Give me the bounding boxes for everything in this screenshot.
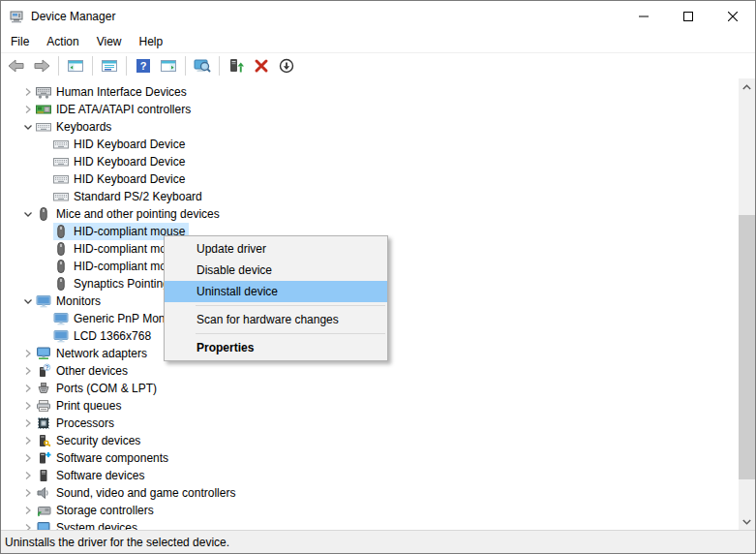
expand-chevron-icon[interactable] xyxy=(20,102,36,117)
tree-item-processors[interactable]: Processors xyxy=(1,415,755,432)
other-device-icon: ? xyxy=(36,363,51,379)
tree-item-system-devices[interactable]: System devices xyxy=(1,519,755,530)
tree-item-software-components[interactable]: Software components xyxy=(1,449,755,467)
console-tree-icon xyxy=(67,57,84,75)
update-driver-button[interactable] xyxy=(224,54,249,77)
menubar-item-help[interactable]: Help xyxy=(131,32,172,51)
software-device-device-icon xyxy=(36,468,51,483)
monitor-device-icon xyxy=(53,311,69,326)
collapse-chevron-icon[interactable] xyxy=(20,119,36,135)
tree-item-print-queues[interactable]: Print queues xyxy=(1,397,755,415)
tree-indent xyxy=(1,528,20,529)
expand-chevron-icon[interactable] xyxy=(20,450,36,466)
tree-item-standard-ps-2-keyboard[interactable]: Standard PS/2 Keyboard xyxy=(1,188,755,205)
arrow-left-icon xyxy=(7,57,26,75)
tree-item-label: System devices xyxy=(56,521,137,530)
expand-chevron-icon[interactable] xyxy=(20,520,36,530)
help-icon: ? xyxy=(135,57,152,75)
tree-item-label: Network adapters xyxy=(56,347,147,360)
menubar-item-action[interactable]: Action xyxy=(38,32,87,51)
context-menu-item-update-driver[interactable]: Update driver xyxy=(165,238,387,260)
tree-item-storage-controllers[interactable]: Storage controllers xyxy=(1,502,755,519)
tree-item-human-interface-devices[interactable]: Human Interface Devices xyxy=(1,83,755,101)
tree-item-body: IDE ATA/ATAPI controllers xyxy=(36,101,195,118)
tree-item-body: Software devices xyxy=(36,467,148,484)
maximize-button[interactable] xyxy=(666,1,711,31)
back-button[interactable] xyxy=(4,54,29,77)
collapse-chevron-icon[interactable] xyxy=(20,293,36,309)
context-menu-item-uninstall-device[interactable]: Uninstall device xyxy=(165,281,387,302)
scroll-up-button[interactable] xyxy=(739,78,755,95)
tree-item-ide-ata-atapi-controllers[interactable]: IDE ATA/ATAPI controllers xyxy=(1,101,755,118)
tree-item-security-devices[interactable]: Security devices xyxy=(1,432,755,449)
properties-button[interactable] xyxy=(97,54,122,77)
tree-item-hid-keyboard-device[interactable]: HID Keyboard Device xyxy=(1,170,755,188)
scroll-down-button[interactable] xyxy=(739,513,755,530)
arrow-right-icon xyxy=(32,57,51,75)
disable-icon xyxy=(278,57,295,75)
expand-chevron-icon[interactable] xyxy=(20,346,36,361)
forward-button[interactable] xyxy=(29,54,54,77)
tree-indent xyxy=(1,92,20,93)
scrollbar-thumb[interactable] xyxy=(739,215,755,479)
tree-indent xyxy=(1,214,20,215)
status-text: Uninstalls the driver for the selected d… xyxy=(5,536,229,549)
tree-twisty-placeholder xyxy=(38,137,53,152)
tree-indent xyxy=(1,458,20,459)
context-menu-separator xyxy=(196,305,385,306)
expand-chevron-icon[interactable] xyxy=(20,503,36,518)
tree-item-label: Sound, video and game controllers xyxy=(56,486,235,500)
tree-item-ports-com-lpt[interactable]: Ports (COM & LPT) xyxy=(1,380,755,397)
mouse-device-icon xyxy=(53,224,69,239)
tree-item-label: Mice and other pointing devices xyxy=(56,207,220,221)
expand-chevron-icon[interactable] xyxy=(20,433,36,448)
tree-indent xyxy=(1,144,38,145)
tree-item-body: Monitors xyxy=(36,292,105,310)
storage-device-icon xyxy=(36,503,51,518)
expand-chevron-icon[interactable] xyxy=(20,363,36,379)
tree-indent xyxy=(1,266,38,267)
expand-chevron-icon[interactable] xyxy=(20,485,36,501)
expand-chevron-icon[interactable] xyxy=(20,381,36,396)
menubar-item-view[interactable]: View xyxy=(88,32,131,51)
expand-chevron-icon[interactable] xyxy=(20,84,36,100)
tree-item-keyboards[interactable]: Keyboards xyxy=(1,118,755,136)
minimize-button[interactable] xyxy=(621,1,666,31)
tree-item-body: HID Keyboard Device xyxy=(53,136,189,153)
disable-device-button[interactable] xyxy=(274,54,299,77)
tree-item-mice-and-other-pointing-devices[interactable]: Mice and other pointing devices xyxy=(1,205,755,223)
show-action-pane-button[interactable] xyxy=(156,54,181,77)
tree-item-hid-keyboard-device[interactable]: HID Keyboard Device xyxy=(1,136,755,153)
menubar-item-file[interactable]: File xyxy=(2,32,38,51)
tree-indent xyxy=(1,371,20,372)
hid-device-icon xyxy=(36,84,51,100)
expand-chevron-icon[interactable] xyxy=(20,398,36,414)
collapse-chevron-icon[interactable] xyxy=(20,206,36,222)
security-device-icon xyxy=(36,433,51,448)
tree-item-label: Processors xyxy=(56,416,114,430)
tree-item-body: Processors xyxy=(36,415,118,432)
uninstall-device-button[interactable] xyxy=(249,54,274,77)
tree-item-body: Keyboards xyxy=(36,118,115,136)
mouse-device-icon xyxy=(36,206,51,222)
scan-for-hardware-changes-button[interactable] xyxy=(190,54,215,77)
context-menu: Update driverDisable deviceUninstall dev… xyxy=(164,235,388,361)
toolbar-separator xyxy=(58,56,59,76)
mouse-device-icon xyxy=(53,241,69,257)
expand-chevron-icon[interactable] xyxy=(20,468,36,483)
help-button[interactable]: ? xyxy=(131,54,156,77)
context-menu-item-scan-for-hardware-changes[interactable]: Scan for hardware changes xyxy=(165,309,387,330)
expand-chevron-icon[interactable] xyxy=(20,416,36,431)
tree-item-body: Mice and other pointing devices xyxy=(36,205,224,223)
tree-item-hid-keyboard-device[interactable]: HID Keyboard Device xyxy=(1,153,755,170)
vertical-scrollbar[interactable] xyxy=(739,78,755,530)
software-component-device-icon xyxy=(36,450,51,466)
context-menu-item-disable-device[interactable]: Disable device xyxy=(165,260,387,281)
tree-item-software-devices[interactable]: Software devices xyxy=(1,467,755,484)
close-button[interactable] xyxy=(711,1,755,31)
context-menu-item-properties[interactable]: Properties xyxy=(165,337,387,358)
tree-item-other-devices[interactable]: ?Other devices xyxy=(1,362,755,380)
toolbar-separator xyxy=(219,56,220,76)
show-console-tree-button[interactable] xyxy=(63,54,88,77)
tree-item-sound-video-and-game-controllers[interactable]: Sound, video and game controllers xyxy=(1,484,755,502)
